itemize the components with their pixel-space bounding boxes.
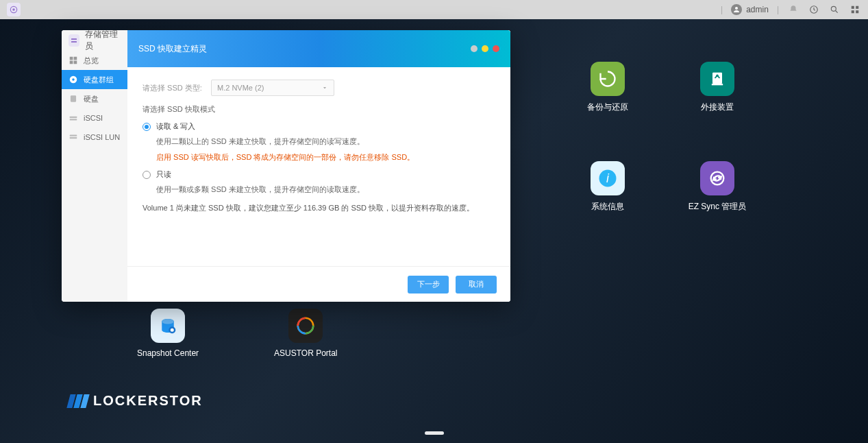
sidebar-item-overview[interactable]: 总览 xyxy=(62,51,127,70)
username-label: admin xyxy=(746,5,769,14)
desktop-icon-grid: 备份与还原 外接装置 i 系统信息 EZ Sync 管理员 xyxy=(567,62,758,213)
svg-rect-24 xyxy=(71,41,77,43)
sidebar-item-label: 硬盘群组 xyxy=(84,75,114,85)
desktop-icon-label: ASUSTOR Portal xyxy=(274,348,337,358)
snapshot-icon xyxy=(151,309,185,343)
desktop-icon-label: 系统信息 xyxy=(591,201,624,213)
svg-point-16 xyxy=(162,319,174,324)
svg-rect-34 xyxy=(70,135,77,136)
wizard-title: SSD 快取建立精灵 xyxy=(138,43,207,55)
svg-rect-23 xyxy=(71,38,77,40)
svg-rect-26 xyxy=(74,57,77,60)
wizard-body: 请选择 SSD 类型: M.2 NVMe (2) 请选择 SSD 快取模式 读取… xyxy=(127,67,510,266)
svg-rect-33 xyxy=(70,119,77,120)
user-avatar-icon xyxy=(731,4,742,15)
brand-logo: LOCKERSTOR xyxy=(69,393,203,409)
svg-rect-6 xyxy=(856,6,858,9)
desktop-icon-label: 外接装置 xyxy=(701,101,734,113)
desktop-icon-row-bottom: Snapshot Center ASUSTOR Portal xyxy=(137,309,338,358)
svg-point-2 xyxy=(735,7,738,10)
radio-icon xyxy=(142,123,151,131)
sidebar-item-disk[interactable]: 硬盘 xyxy=(62,89,127,108)
svg-point-30 xyxy=(72,78,75,81)
desktop-icon-external[interactable]: 外接装置 xyxy=(676,62,758,113)
ezsync-icon xyxy=(700,161,734,195)
svg-rect-7 xyxy=(852,10,854,13)
app-launcher-icon[interactable] xyxy=(7,3,21,16)
wizard-recommendation: Volume 1 尚未建立 SSD 快取，建议您建立至少 116.39 GB 的… xyxy=(142,202,495,214)
ssd-type-value: M.2 NVMe (2) xyxy=(217,84,264,92)
svg-point-1 xyxy=(12,8,15,11)
window-title-bar[interactable]: 存储管理员 xyxy=(62,30,127,51)
desktop-icon-sysinfo[interactable]: i 系统信息 xyxy=(567,161,649,213)
radio-desc: 使用一颗或多颗 SSD 来建立快取，提升存储空间的读取速度。 xyxy=(156,184,495,195)
sidebar-item-label: iSCSI LUN xyxy=(84,133,120,141)
ssd-cache-wizard: SSD 快取建立精灵 请选择 SSD 类型: M.2 NVMe (2) 请选择 … xyxy=(127,30,510,302)
svg-rect-8 xyxy=(856,10,858,13)
ssd-type-select[interactable]: M.2 NVMe (2) xyxy=(211,80,334,96)
svg-point-14 xyxy=(711,172,724,185)
bottom-handle[interactable] xyxy=(425,431,444,435)
radio-desc: 使用二颗以上的 SSD 来建立快取，提升存储空间的读写速度。 xyxy=(156,136,495,147)
ssd-type-label: 请选择 SSD 类型: xyxy=(142,83,204,93)
svg-rect-25 xyxy=(70,57,73,60)
svg-rect-9 xyxy=(712,73,722,84)
storage-manager-app-icon xyxy=(69,34,79,47)
chevron-down-icon xyxy=(321,84,328,91)
window-sidebar: 存储管理员 总览 硬盘群组 硬盘 iSCSI iSCSI LUN xyxy=(62,30,127,302)
cache-mode-label: 请选择 SSD 快取模式 xyxy=(142,104,495,115)
radio-label: 读取 & 写入 xyxy=(156,121,195,132)
sidebar-item-label: 硬盘 xyxy=(84,94,99,104)
window-title: 存储管理员 xyxy=(85,30,121,52)
external-device-icon xyxy=(700,62,734,96)
radio-read-only[interactable]: 只读 xyxy=(142,169,495,180)
svg-rect-28 xyxy=(74,61,77,64)
desktop-icon-label: Snapshot Center xyxy=(137,348,199,358)
radio-read-write[interactable]: 读取 & 写入 xyxy=(142,121,495,132)
svg-rect-31 xyxy=(71,95,76,101)
next-button[interactable]: 下一步 xyxy=(408,276,449,294)
system-info-icon: i xyxy=(591,161,625,195)
search-icon[interactable] xyxy=(828,3,841,16)
wizard-header[interactable]: SSD 快取建立精灵 xyxy=(127,30,510,67)
maximize-icon[interactable] xyxy=(482,45,488,52)
status-icon[interactable] xyxy=(808,3,820,16)
cancel-button[interactable]: 取消 xyxy=(456,276,497,294)
sidebar-item-diskgroup[interactable]: 硬盘群组 xyxy=(62,70,127,89)
sidebar-item-iscsi-lun[interactable]: iSCSI LUN xyxy=(62,128,127,147)
svg-point-4 xyxy=(831,6,836,11)
svg-rect-27 xyxy=(70,61,73,64)
wizard-footer: 下一步 取消 xyxy=(127,266,510,302)
svg-point-18 xyxy=(171,328,174,332)
notification-icon[interactable] xyxy=(787,3,799,16)
user-menu[interactable]: admin xyxy=(731,4,769,15)
topbar: | admin | xyxy=(0,0,868,19)
portal-icon xyxy=(288,309,323,343)
radio-label: 只读 xyxy=(156,169,171,180)
dashboard-icon[interactable] xyxy=(849,3,861,16)
sidebar-item-label: 总览 xyxy=(84,56,99,66)
radio-warning: 启用 SSD 读写快取后，SSD 将成为存储空间的一部份，请勿任意移除 SSD。 xyxy=(156,152,495,163)
desktop-icon-ezsync[interactable]: EZ Sync 管理员 xyxy=(676,161,758,213)
close-icon[interactable] xyxy=(493,45,499,52)
backup-restore-icon xyxy=(591,62,625,96)
storage-manager-window: 存储管理员 总览 硬盘群组 硬盘 iSCSI iSCSI LUN 5 TB xyxy=(62,30,510,302)
window-controls xyxy=(471,45,499,52)
svg-rect-10 xyxy=(712,84,723,85)
minimize-icon[interactable] xyxy=(471,45,478,52)
desktop-icon-snapshot[interactable]: Snapshot Center xyxy=(137,309,199,358)
radio-icon xyxy=(142,171,151,179)
svg-rect-32 xyxy=(70,117,77,118)
sidebar-item-label: iSCSI xyxy=(84,114,103,122)
logo-text: LOCKERSTOR xyxy=(93,393,203,409)
svg-rect-35 xyxy=(70,137,77,139)
desktop-icon-backup[interactable]: 备份与还原 xyxy=(567,62,649,113)
desktop-icon-portal[interactable]: ASUSTOR Portal xyxy=(274,309,337,358)
sidebar-item-iscsi[interactable]: iSCSI xyxy=(62,108,127,128)
desktop-icon-label: 备份与还原 xyxy=(587,101,628,113)
svg-rect-5 xyxy=(852,6,854,9)
desktop-icon-label: EZ Sync 管理员 xyxy=(689,201,747,213)
